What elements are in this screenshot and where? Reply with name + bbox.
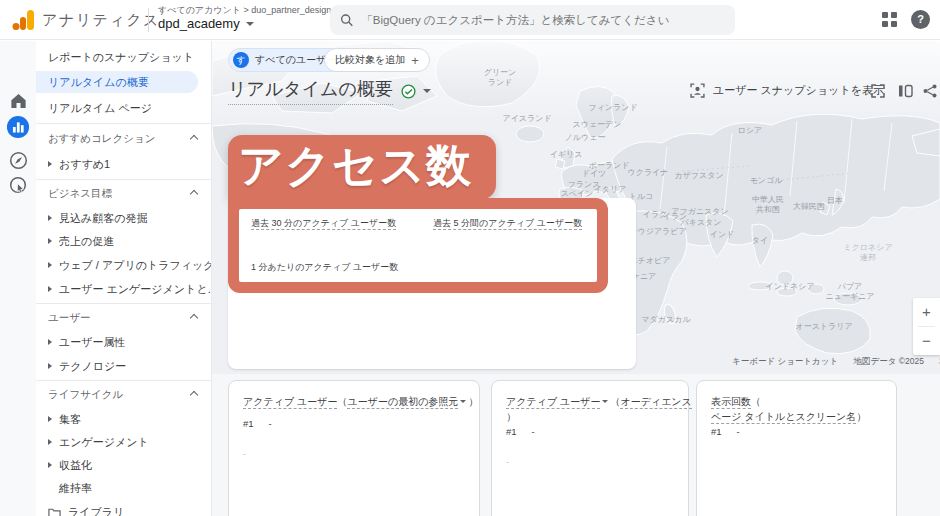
map-label-russia: ロシア [738, 126, 763, 136]
sidebar-divider [36, 380, 212, 381]
search-bar[interactable] [330, 5, 735, 35]
annotation-access-count: アクセス数 [228, 135, 496, 199]
main-content: グリーン ランド アイスランド フィンランド スウェーデン ノルウェー イギリス… [212, 41, 940, 516]
reports-icon[interactable] [6, 115, 30, 139]
annotation-highlight-frame: 過去 30 分のアクティブ ユーザー数 過去 5 分間のアクティブ ユーザー数 … [228, 198, 608, 293]
map-label-kazakhstan: カザフスタン [674, 171, 723, 181]
map-label-germany: ドイツ [582, 169, 607, 179]
map-label-indonesia: インドネシア [765, 282, 814, 292]
metric-active-users-per-min: 1 分あたりのアクティブ ユーザー数 [251, 261, 398, 274]
sidebar-item-technology[interactable]: テクノロジー [36, 355, 211, 377]
realtime-world-map[interactable]: グリーン ランド アイスランド フィンランド スウェーデン ノルウェー イギリス… [212, 41, 940, 374]
sidebar-divider [36, 303, 212, 304]
sidebar-section-lifecycle[interactable]: ライフサイクル [36, 385, 211, 405]
sidebar-item-lead-generation[interactable]: 見込み顧客の発掘 [36, 207, 211, 229]
map-label-thailand: タイ [752, 236, 768, 246]
zoom-in-button[interactable]: + [913, 298, 940, 326]
top-header: アナリティクス すべてのアカウント > duo_partner_design d… [0, 0, 940, 40]
user-snapshot-label: ユーザー スナップショットを表示 [713, 83, 884, 98]
metric-name[interactable]: 表示回数 [711, 396, 751, 409]
rank-label: #1 [711, 426, 722, 437]
chevron-up-icon [190, 190, 198, 198]
map-data-copyright: 地図データ ©2025 [854, 356, 924, 366]
rank-row: #1 - [243, 418, 465, 429]
fullscreen-icon[interactable] [871, 84, 885, 98]
triangle-right-icon [48, 262, 52, 268]
map-label-sweden: スウェーデン [573, 120, 622, 130]
dimension-name[interactable]: オーディエンス [620, 396, 691, 409]
metric-name[interactable]: アクティブ ユーザー [506, 396, 600, 409]
dropdown-caret-icon[interactable] [460, 400, 466, 403]
sidebar-item-acquisition[interactable]: 集客 [36, 408, 211, 430]
apps-grid-icon[interactable] [882, 12, 898, 28]
sidebar-item-web-app-traffic[interactable]: ウェブ / アプリのトラフィック... [36, 254, 211, 276]
account-selector[interactable]: dpd_academy [158, 16, 254, 31]
triangle-right-icon [48, 363, 52, 369]
map-label-saudi-arabia: サウジアラビア [629, 227, 686, 237]
sidebar-section-user[interactable]: ユーザー [36, 308, 211, 328]
sidebar-item-monetization[interactable]: 収益化 [36, 454, 211, 476]
sidebar-section-recommended-collection[interactable]: おすすめコレクション [36, 129, 211, 149]
sidebar-item-library[interactable]: ライブラリ [36, 501, 211, 516]
triangle-right-icon [48, 215, 52, 221]
map-label-afghanistan: アフガニスタン [671, 207, 728, 217]
map-label-iceland: アイスランド [502, 114, 551, 124]
search-icon [340, 13, 353, 27]
rank-row: #1 - [506, 426, 674, 437]
card-header: アクティブ ユーザー（ユーザーの最初の参照元） [243, 394, 465, 409]
map-zoom-control: + − [913, 298, 940, 355]
app-title: アナリティクス [42, 11, 160, 30]
sidebar-item-user-engagement[interactable]: ユーザー エンゲージメントと... [36, 278, 211, 300]
dropdown-caret-icon[interactable] [602, 400, 608, 403]
keyboard-shortcuts-link[interactable]: キーボード ショートカット [732, 356, 838, 366]
rank-row: #1 - [711, 426, 882, 437]
metric-active-users-5min: 過去 5 分間のアクティブ ユーザー数 [433, 217, 582, 230]
add-comparison-label: 比較対象を追加 [335, 53, 405, 67]
folder-icon [48, 507, 61, 516]
check-circle-icon [401, 84, 416, 99]
page-title: リアルタイムの概要 [228, 77, 393, 105]
card-header: 表示回数（ [711, 394, 882, 409]
sidebar-item-recommended-1[interactable]: おすすめ1 [36, 153, 211, 175]
sidebar-item-retention[interactable]: 維持率 [36, 477, 211, 499]
sidebar-item-drive-sales[interactable]: 売上の促進 [36, 230, 211, 252]
cards-view-icon[interactable] [898, 84, 913, 98]
card-header: アクティブ ユーザー（オーディエンス [506, 394, 674, 409]
sidebar-item-realtime-pages[interactable]: リアルタイム ページ [36, 97, 211, 119]
map-label-australia: オーストラリア [795, 322, 852, 332]
advertising-icon[interactable] [6, 173, 30, 197]
rank-value: - [269, 418, 272, 429]
sidebar-item-engagement[interactable]: エンゲージメント [36, 431, 211, 453]
left-rail [0, 41, 36, 516]
chevron-down-icon [246, 22, 254, 26]
account-name: dpd_academy [158, 16, 240, 31]
analytics-logo-icon [12, 9, 36, 31]
sidebar-item-realtime-overview[interactable]: リアルタイムの概要 [36, 71, 198, 93]
sidebar-item-report-snapshot[interactable]: レポートのスナップショット [36, 46, 211, 68]
dimension-name[interactable]: ユーザーの最初の参照元 [347, 396, 458, 409]
audience-avatar: す [233, 52, 249, 68]
map-label-ukraine: ウクライナ [628, 168, 669, 178]
triangle-right-icon [48, 339, 52, 345]
explore-icon[interactable] [6, 148, 30, 172]
rank-label: #1 [243, 418, 254, 429]
map-label-greenland: グリーン ランド [484, 68, 517, 88]
add-comparison-chip[interactable]: 比較対象を追加 + [324, 48, 430, 72]
map-label-uk: イギリス [550, 150, 583, 160]
metric-name[interactable]: アクティブ ユーザー [243, 396, 337, 409]
triangle-right-icon [48, 462, 52, 468]
user-snapshot-button[interactable]: ユーザー スナップショットを表示 [690, 83, 884, 98]
zoom-out-button[interactable]: − [913, 327, 940, 355]
triangle-right-icon [48, 161, 52, 167]
sidebar-section-business-goals[interactable]: ビジネス目標 [36, 184, 211, 204]
placeholder-value: - [506, 457, 674, 467]
title-dropdown-caret-icon[interactable] [423, 89, 431, 93]
search-input[interactable] [361, 14, 725, 26]
dimension-name[interactable]: ページ タイトルとスクリーン名 [711, 411, 856, 424]
sidebar-item-user-attributes[interactable]: ユーザー属性 [36, 331, 211, 353]
plus-icon: + [411, 53, 419, 68]
share-icon[interactable] [923, 84, 937, 98]
help-icon[interactable]: ? [911, 10, 930, 29]
triangle-right-icon [48, 439, 52, 445]
home-icon[interactable] [6, 89, 30, 113]
